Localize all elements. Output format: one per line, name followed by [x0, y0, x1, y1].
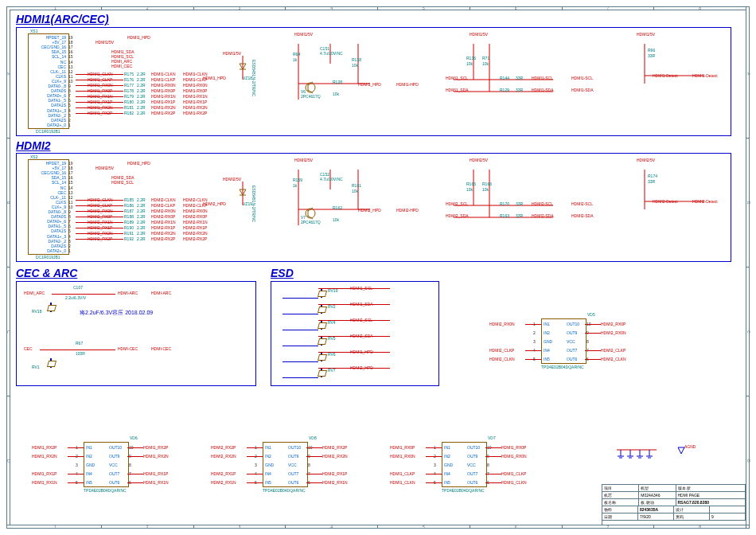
r71: R71 — [482, 56, 489, 61]
connector-pin: CLKS — [28, 200, 66, 205]
vz19-hpd: HDMI2_HPD — [203, 201, 226, 206]
r163v: 33R — [516, 213, 523, 218]
h2hpd-out: HDMI2-HPD — [396, 208, 419, 213]
h2-v5-b: HDMI2/5V — [470, 158, 488, 162]
h1scl: HDMI1_SCL — [446, 76, 468, 80]
connector-pin: DATA0-_8 — [28, 209, 66, 214]
esd-net: HDMI1_SCL — [350, 286, 372, 291]
h2-v5-a: HDMI2/5V — [294, 158, 313, 162]
connector-pin: DATA1-_5 — [28, 98, 66, 103]
r161: R161 — [352, 183, 361, 188]
connector-pin: SDA_15 — [28, 175, 66, 180]
r144v: 33R — [516, 76, 523, 80]
h1sda-o: HDMI1-SDA — [532, 88, 554, 92]
r170v: 33R — [516, 201, 523, 206]
connector-pin: DATA1-_5 — [28, 224, 66, 228]
h1sda: HDMI1_SDA — [446, 88, 469, 92]
h1scl-o2: HDMI1-SCL — [571, 76, 593, 80]
h1hpd-out: HDMI1-HPD — [396, 82, 419, 87]
connector-pin: CLK-_11 — [28, 195, 66, 200]
rv18: RV18 — [32, 309, 41, 314]
h2sda-o2: HDMI2-SDA — [571, 213, 594, 218]
connector-pin: CEC — [28, 190, 66, 195]
r166: R166 — [482, 182, 492, 186]
h1hpd-in: HDMI1_HPD — [358, 82, 381, 87]
vz19-pwr: HDMI2/5V — [223, 177, 241, 182]
cec-in: CEC — [24, 346, 33, 351]
svg-marker-47 — [678, 447, 684, 454]
h2scl: HDMI2_SCL — [446, 201, 468, 206]
cec-note: 将2.2uF/6.3V容压 2018.02.09 — [80, 309, 153, 317]
cec-out: HDMI-CEC — [118, 346, 138, 351]
connector-pin: CLK-_11 — [28, 69, 66, 74]
svg-point-24 — [306, 209, 315, 218]
net-label: HDMI2_HPD — [127, 161, 150, 166]
rv1: RV1 — [32, 365, 40, 369]
r161v: 10k — [352, 189, 358, 193]
agnd-label: AGND — [684, 444, 696, 449]
connector-pin: DATA0+_6 — [28, 219, 66, 224]
h2-v5-c: HDMI2/5V — [637, 158, 655, 162]
connector-pin: NC — [28, 185, 66, 190]
r162v: 10k — [333, 217, 339, 222]
connector-pin: HPDET_19 — [28, 35, 66, 40]
connector-pin: DATA1+_3 — [28, 234, 66, 239]
c107v: 2.2u/6.3V/V — [65, 295, 86, 300]
vz18-pwr: HDMI1/5V — [223, 51, 241, 56]
r166v: 10k — [482, 187, 489, 192]
r159: R159 — [293, 178, 302, 182]
h2det: HDMI2-Detect — [653, 199, 678, 204]
r128: R128 — [333, 80, 342, 84]
connector-pin: SCL_14 — [28, 180, 66, 185]
vz18-hpd: HDMI1_HPD — [203, 76, 226, 80]
connector-pin: CEC — [28, 64, 66, 69]
connector-pin: DATA2-_2 — [28, 239, 66, 244]
c107: C107 — [73, 285, 83, 290]
v6p: 2PC4617Q — [301, 94, 321, 99]
h1scl-o: HDMI1-SCL — [532, 76, 553, 80]
connector-pin: +5V_17 — [28, 166, 66, 170]
r136: R136 — [466, 56, 476, 61]
h2scl-o2: HDMI2-SCL — [571, 201, 593, 206]
connector-pin: CEC/GND_16 — [28, 45, 66, 49]
c152v: 4.7u/10V/NC — [320, 177, 343, 182]
net-label: HDMI_CEC — [111, 64, 132, 68]
esd-net: HDMI2_SDA — [350, 334, 373, 338]
r144: R144 — [500, 76, 509, 80]
cec-title: CEC & ARC — [16, 267, 77, 279]
net-label: HDMI1/5V — [95, 40, 114, 45]
esd-net: HDMI2_HPD — [350, 365, 373, 370]
net-label: HDMI2/5V — [95, 166, 114, 170]
h1-v5-b: HDMI1/5V — [470, 32, 488, 37]
hdmi2-title: HDMI2 — [16, 139, 51, 152]
r159v: 1k — [293, 183, 297, 188]
connector-pin: NC — [28, 60, 66, 64]
r67: R67 — [76, 341, 83, 346]
h1det2: HDMI1-Detect — [692, 73, 718, 78]
connector-pin: CLKS — [28, 74, 66, 79]
connector-pin: DATA1S — [28, 228, 66, 233]
connector-pin: HPDET_19 — [28, 161, 66, 166]
connector-pin: DATA2+_0 — [28, 248, 66, 253]
h2hpd-in: HDMI2_HPD — [358, 208, 381, 213]
h1det: HDMI1-Detect — [653, 73, 678, 78]
r170: R170 — [500, 201, 509, 206]
arc-in: HDMI_ARC — [24, 291, 45, 295]
connector-pin: DATA1+_3 — [28, 108, 66, 113]
v7p: 2PC4617Q — [301, 220, 321, 225]
r129: R129 — [500, 88, 509, 92]
connector-pin: +5V_17 — [28, 40, 66, 45]
connector-pin: DATA2-_2 — [28, 113, 66, 118]
r174: R174 — [648, 174, 657, 178]
esd-title: ESD — [271, 267, 294, 279]
connector-pin: DATA2S — [28, 244, 66, 248]
esd-net: HDMI2_SCL — [350, 318, 372, 322]
r71v: 10k — [482, 61, 489, 66]
connector-pin: DATA0S — [28, 88, 66, 93]
connector-pin: DATA0S — [28, 214, 66, 219]
h2scl-o: HDMI2-SCL — [532, 201, 553, 206]
r162: R162 — [333, 205, 342, 210]
r118v: 10k — [352, 63, 358, 68]
cec-section — [16, 281, 256, 386]
connector-pin: SCL_14 — [28, 54, 66, 59]
